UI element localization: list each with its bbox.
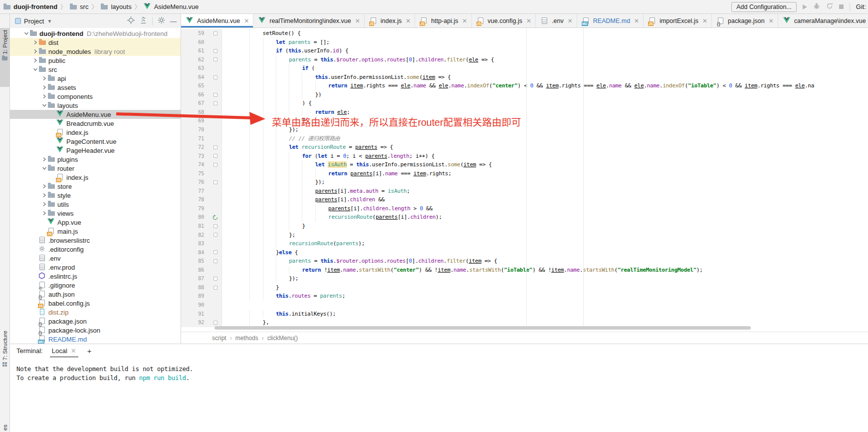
line-number[interactable]: 89 [181,292,209,301]
tool-window-tab-favorites[interactable]: es [0,423,9,432]
tree-item-readme-md[interactable]: MDREADME.md [10,335,181,344]
line-number[interactable]: 86 [181,266,209,275]
close-icon[interactable]: ✕ [406,17,411,24]
editor-tab-package-json[interactable]: {}package.json✕ [712,14,778,27]
chevron-down-icon[interactable] [41,166,47,171]
chevron-right-icon[interactable] [41,94,47,99]
editor-tab-vue-config-js[interactable]: JSvue.config.js✕ [472,14,536,27]
code-editor[interactable]: 59 setRoute() {60 let parents = [];61 if… [181,28,868,332]
line-number[interactable]: 75 [181,169,209,178]
project-panel-title[interactable]: Project [24,17,44,25]
line-number[interactable]: 90 [181,301,209,310]
tree-item-index-js[interactable]: JSindex.js [10,128,181,137]
editor-tab-env[interactable]: .env✕ [536,14,577,27]
tree-item-components[interactable]: components [10,92,181,101]
fold-marker-icon[interactable] [209,231,222,240]
line-number[interactable]: 84 [181,248,209,257]
close-icon[interactable]: ✕ [702,17,707,24]
rerun-icon[interactable] [826,2,833,11]
line-number[interactable]: 65 [181,81,209,90]
fold-marker-icon[interactable] [209,160,222,169]
tree-item-public[interactable]: public [10,56,181,65]
code-breadcrumb-methods[interactable]: methods [235,335,258,342]
line-number[interactable]: 60 [181,38,209,47]
locate-file-icon[interactable] [127,16,135,25]
close-icon[interactable]: ✕ [769,17,774,24]
close-icon[interactable]: ✕ [244,17,249,24]
tool-window-tab-structure[interactable]: 7: Structure [0,329,9,394]
code-breadcrumb-script[interactable]: script [212,335,226,342]
chevron-down-icon[interactable] [41,103,47,108]
chevron-down-icon[interactable] [23,31,29,36]
editor-tab-asidemenu-vue[interactable]: AsideMenu.vue✕ [181,14,253,27]
debug-icon[interactable] [813,2,820,11]
chevron-right-icon[interactable] [41,157,47,162]
chevron-right-icon[interactable] [32,49,38,54]
chevron-right-icon[interactable] [41,193,47,198]
tree-item-eslintrc-js[interactable]: .eslintrc.js [10,272,181,281]
line-number[interactable]: 66 [181,90,209,99]
line-number[interactable]: 81 [181,222,209,231]
line-number[interactable]: 79 [181,204,209,213]
run-icon[interactable] [803,4,807,9]
tree-item-duoji-frontend[interactable]: duoji-frontendD:\zheheWeb\duoji-frontend [10,29,181,38]
fold-marker-icon[interactable] [209,152,222,161]
fold-marker-icon[interactable] [209,90,222,99]
git-menu[interactable]: Git: [856,3,866,10]
breadcrumb-item-src[interactable]: src [69,3,88,11]
breadcrumb-item-asidemenu-vue[interactable]: AsideMenu.vue [144,3,199,11]
fold-marker-icon[interactable] [209,222,222,231]
line-number[interactable]: 70 [181,125,209,134]
line-number[interactable]: 92 [181,318,209,327]
tree-item-utils[interactable]: utils [10,200,181,209]
chevron-right-icon[interactable] [41,76,47,81]
breadcrumb-item-duoji-frontend[interactable]: duoji-frontend [3,3,57,11]
line-number[interactable]: 88 [181,283,209,292]
fold-marker-icon[interactable] [209,283,222,292]
tree-item-env[interactable]: .env [10,254,181,263]
close-icon[interactable]: ✕ [634,17,639,24]
line-number[interactable]: 64 [181,73,209,82]
tree-item-layouts[interactable]: layouts [10,101,181,110]
close-icon[interactable]: ✕ [568,17,573,24]
chevron-down-icon[interactable]: ▼ [47,18,52,24]
line-number[interactable]: 76 [181,178,209,187]
stop-icon[interactable] [839,4,844,9]
chevron-right-icon[interactable] [32,58,38,63]
fold-marker-icon[interactable] [209,46,222,55]
tree-item-api[interactable]: api [10,74,181,83]
tree-item-breadcrumb-vue[interactable]: Breadcrumb.vue [10,119,181,128]
line-number[interactable]: 82 [181,231,209,240]
fold-marker-icon[interactable] [209,318,222,327]
tree-item-package-json[interactable]: {}package.json [10,317,181,326]
collapse-all-icon[interactable] [140,16,147,25]
fold-marker-icon[interactable] [209,29,222,38]
line-number[interactable]: 74 [181,160,209,169]
tree-item-asidemenu-vue[interactable]: AsideMenu.vue [10,110,181,119]
terminal-tab-local[interactable]: Local ✕ [50,345,78,358]
new-terminal-session-button[interactable]: + [85,347,94,355]
chevron-down-icon[interactable] [32,67,38,72]
fold-marker-icon[interactable] [209,55,222,64]
chevron-right-icon[interactable] [41,211,47,216]
line-number[interactable]: 62 [181,55,209,64]
close-icon[interactable]: ✕ [462,17,467,24]
editor-tab-readme-md[interactable]: MDREADME.md✕ [577,14,644,27]
chevron-right-icon[interactable] [41,202,47,207]
horizontal-scrollbar[interactable] [215,326,751,330]
chevron-right-icon[interactable] [41,184,47,189]
tree-item-src[interactable]: src [10,65,181,74]
line-number[interactable]: 67 [181,99,209,108]
breadcrumb-item-layouts[interactable]: layouts [100,3,131,11]
code-breadcrumb-clickmenu[interactable]: clickMenu() [267,335,298,342]
line-number[interactable]: 68 [181,108,209,117]
tree-item-package-lock-json[interactable]: {}package-lock.json [10,326,181,335]
line-number[interactable]: 61 [181,46,209,55]
editor-tab-importexcel-js[interactable]: JSimportExcel.js✕ [644,14,712,27]
line-number[interactable]: 73 [181,152,209,161]
tree-item-env-prod[interactable]: .env.prod [10,263,181,272]
tree-item-main-js[interactable]: JSmain.js [10,227,181,236]
tree-item-dist-zip[interactable]: dist.zip [10,308,181,317]
chevron-right-icon[interactable] [32,40,38,45]
tree-item-node-modules[interactable]: node_moduleslibrary root [10,47,181,56]
